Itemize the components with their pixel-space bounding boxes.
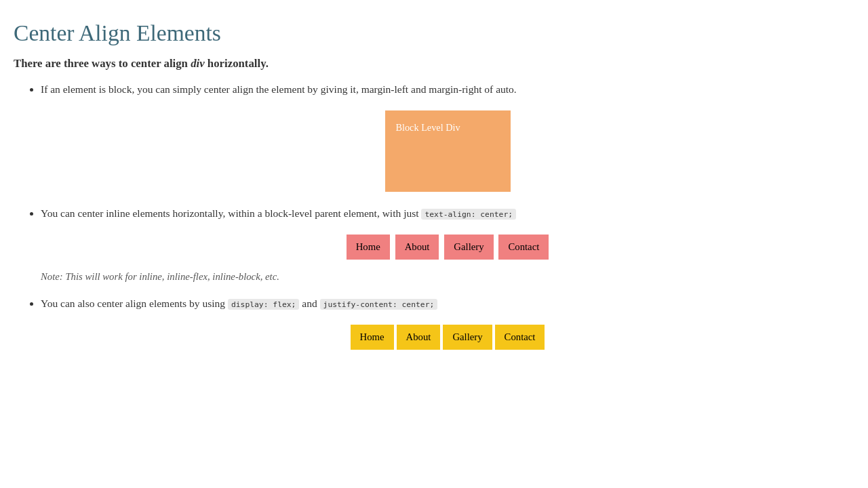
bullet3-text-start: You can also center align elements by us…	[41, 298, 228, 309]
bullet1-text: If an element is block, you can simply c…	[41, 83, 517, 95]
note-text: Note: This will work for inline, inline-…	[41, 269, 854, 285]
bullet3-text-mid: and	[299, 298, 319, 309]
block-div-label: Block Level Div	[396, 122, 460, 133]
yellow-nav-contact[interactable]: Contact	[495, 325, 545, 350]
list-item-3: You can also center align elements by us…	[41, 296, 854, 350]
text-align-center-demo: Home About Gallery Contact	[41, 235, 854, 260]
page-title: Center Align Elements	[14, 20, 854, 46]
pink-nav-contact[interactable]: Contact	[498, 235, 549, 260]
bullet2-text-start: You can center inline elements horizonta…	[41, 207, 421, 219]
main-list: If an element is block, you can simply c…	[14, 81, 854, 350]
pink-nav-home[interactable]: Home	[347, 235, 390, 260]
yellow-nav-about[interactable]: About	[397, 325, 441, 350]
pink-nav-about[interactable]: About	[395, 235, 439, 260]
flex-center-demo: Home About Gallery Contact	[41, 325, 854, 350]
bullet3-code2: justify-content: center;	[320, 299, 438, 310]
subtitle-em: div	[191, 57, 205, 70]
bullet2-code: text-align: center;	[421, 209, 516, 220]
yellow-nav-gallery[interactable]: Gallery	[443, 325, 492, 350]
subtitle-text-start: There are three ways to center align	[14, 57, 191, 70]
pink-nav-gallery[interactable]: Gallery	[444, 235, 493, 260]
list-item-1: If an element is block, you can simply c…	[41, 81, 854, 192]
yellow-nav-home[interactable]: Home	[351, 325, 394, 350]
block-div: Block Level Div	[385, 110, 511, 192]
subtitle-text-end: horizontally.	[205, 57, 269, 70]
subtitle: There are three ways to center align div…	[14, 57, 854, 70]
list-item-2: You can center inline elements horizonta…	[41, 205, 854, 285]
bullet3-code1: display: flex;	[228, 299, 299, 310]
block-level-demo: Block Level Div	[41, 110, 854, 192]
